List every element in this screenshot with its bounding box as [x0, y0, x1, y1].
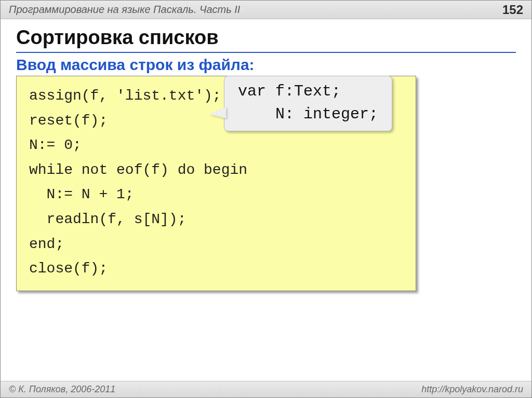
code-line: readln(f, s[N]); — [29, 211, 186, 227]
callout-box: var f:Text; N: integer; — [224, 76, 392, 131]
code-line: while not eof(f) do begin — [29, 162, 247, 178]
callout-line: var f:Text; — [238, 83, 341, 100]
footer-bar: © К. Поляков, 2006-2011 http://kpolyakov… — [1, 381, 531, 397]
callout-line: N: integer; — [238, 105, 378, 123]
footer-url: http://kpolyakov.narod.ru — [421, 384, 523, 395]
code-line: close(f); — [29, 260, 108, 277]
callout-pointer-icon — [209, 107, 226, 118]
code-line: N:= N + 1; — [29, 186, 134, 202]
page-number: 152 — [502, 3, 523, 17]
slide: Программирование на языке Паскаль. Часть… — [0, 0, 532, 398]
section-subtitle: Ввод массива строк из файла: — [16, 56, 516, 74]
page-title: Сортировка списков — [16, 24, 516, 53]
code-line: reset(f); — [29, 113, 108, 129]
code-line: end; — [29, 236, 64, 252]
code-line: assign(f, 'list.txt'); — [29, 88, 221, 104]
callout: var f:Text; N: integer; — [224, 76, 392, 131]
copyright-text: © К. Поляков, 2006-2011 — [9, 384, 115, 395]
code-line: N:= 0; — [29, 137, 82, 153]
top-bar: Программирование на языке Паскаль. Часть… — [1, 1, 531, 19]
content-area: Сортировка списков Ввод массива строк из… — [1, 19, 531, 291]
code-area: assign(f, 'list.txt'); reset(f); N:= 0; … — [16, 76, 516, 291]
doc-title: Программирование на языке Паскаль. Часть… — [9, 4, 240, 16]
